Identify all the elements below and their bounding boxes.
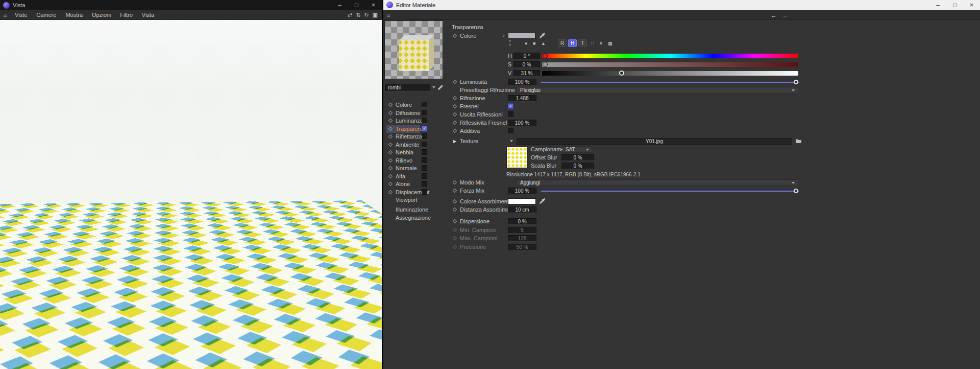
dolly-icon[interactable]: ⇅ xyxy=(356,12,360,18)
name-dropdown-icon[interactable] xyxy=(432,86,435,88)
mode-h-button[interactable]: H xyxy=(568,39,577,47)
channel-checkbox[interactable]: ✓ xyxy=(422,126,427,131)
channel-checkbox[interactable] xyxy=(422,110,427,116)
saturation-slider[interactable] xyxy=(542,62,798,67)
luminosita-value[interactable]: 100 % xyxy=(508,79,536,85)
dispersione-value[interactable]: 0 % xyxy=(508,218,536,225)
channel-row-colore[interactable]: Colore xyxy=(383,101,450,109)
mode-r-button[interactable]: R xyxy=(558,39,567,47)
minimize-button[interactable]: – xyxy=(331,0,348,10)
additiva-checkbox[interactable] xyxy=(508,128,513,133)
eyedropper-icon[interactable] xyxy=(538,32,545,40)
channel-row-alone[interactable]: Alone xyxy=(383,180,450,188)
maximize-button[interactable]: □ xyxy=(946,0,963,10)
channel-row-diffusione[interactable]: Diffusione xyxy=(383,109,450,117)
channel-checkbox[interactable] xyxy=(422,181,427,187)
hue-slider[interactable] xyxy=(542,54,798,58)
luminosita-slider[interactable] xyxy=(541,82,799,83)
keyframe-diamond-icon[interactable] xyxy=(453,104,457,108)
menu-mostra[interactable]: Mostra xyxy=(61,12,87,18)
history-forward-icon[interactable]: → xyxy=(782,10,788,20)
channel-row-illuminazione[interactable]: Illuminazione xyxy=(383,206,450,214)
mode-t-button[interactable]: T xyxy=(578,39,587,47)
material-preview[interactable] xyxy=(384,20,443,79)
menu-opzioni[interactable]: Opzioni xyxy=(87,12,115,18)
riflessivita-value[interactable]: 100 % xyxy=(508,120,536,126)
channel-checkbox[interactable] xyxy=(422,173,427,179)
channel-checkbox[interactable] xyxy=(422,149,427,155)
close-button[interactable]: × xyxy=(365,0,382,10)
pan-icon[interactable]: ⇄ xyxy=(348,12,352,18)
channel-row-normale[interactable]: Normale xyxy=(383,165,450,172)
channel-row-rilievo[interactable]: Rilievo xyxy=(383,157,450,165)
channel-checkbox[interactable] xyxy=(422,133,427,139)
saturation-slider-knob[interactable] xyxy=(543,62,548,67)
mixer-icon[interactable]: ▦ xyxy=(608,41,612,46)
folder-icon[interactable] xyxy=(795,138,802,145)
hue-slider-knob[interactable] xyxy=(543,53,548,58)
close-button[interactable]: × xyxy=(963,0,980,10)
eyedropper-icon[interactable] xyxy=(538,198,545,205)
color-box-icon[interactable]: ■ xyxy=(533,41,535,46)
forza-mix-slider[interactable] xyxy=(541,191,799,192)
luminosita-slider-knob[interactable] xyxy=(794,80,798,84)
toggle-view-icon[interactable]: ▣ xyxy=(373,12,378,18)
hamburger-icon[interactable]: ≡ xyxy=(0,11,10,19)
menu-camere[interactable]: Camere xyxy=(32,12,61,18)
scala-blur-value[interactable]: 0 % xyxy=(561,163,594,169)
channel-checkbox[interactable] xyxy=(422,157,427,163)
keyframe-diamond-icon[interactable] xyxy=(453,112,457,117)
channel-checkbox[interactable] xyxy=(422,142,427,147)
value-slider[interactable] xyxy=(542,71,798,76)
uscita-riflessioni-checkbox[interactable] xyxy=(508,111,513,117)
modo-mix-dropdown[interactable]: Aggiungi xyxy=(517,179,798,186)
keyframe-diamond-icon[interactable] xyxy=(453,180,457,184)
keyframe-diamond-icon[interactable] xyxy=(453,121,457,125)
channel-row-nebbia[interactable]: Nebbia xyxy=(383,149,450,156)
material-name-input[interactable]: rombi xyxy=(385,84,430,91)
rifrazione-value[interactable]: 1.488 xyxy=(508,95,536,102)
chevron-right-icon[interactable]: › xyxy=(504,198,506,204)
value-value[interactable]: 31 % xyxy=(513,70,540,77)
gradient-icon[interactable]: ▲ xyxy=(541,41,546,46)
keyframe-diamond-icon[interactable] xyxy=(453,219,457,223)
channel-checkbox[interactable] xyxy=(422,189,427,195)
saturation-value[interactable]: 0 % xyxy=(513,61,540,68)
rename-pencil-icon[interactable] xyxy=(437,83,444,93)
keyframe-diamond-icon[interactable] xyxy=(453,189,457,193)
rotate-icon[interactable]: ↻ xyxy=(364,12,369,18)
channel-row-displacement[interactable]: Displacement xyxy=(383,189,450,196)
keyframe-diamond-icon[interactable] xyxy=(453,80,457,84)
color-wheel-icon[interactable]: ● xyxy=(525,41,527,46)
maximize-button[interactable]: □ xyxy=(348,0,365,10)
colore-swatch[interactable] xyxy=(508,33,535,39)
channel-row-alfa[interactable]: Alfa xyxy=(383,173,450,180)
channel-row-riflettanza[interactable]: Riflettanza xyxy=(383,133,450,141)
keyframe-diamond-icon[interactable] xyxy=(453,199,457,203)
channel-row-viewport[interactable]: Viewport xyxy=(383,196,450,204)
swatches-icon[interactable]: ∷ xyxy=(591,41,594,46)
channel-checkbox[interactable] xyxy=(422,118,427,123)
channel-row-trasparenza[interactable]: Trasparenza ✓ xyxy=(383,125,450,133)
menu-filtro[interactable]: Filtro xyxy=(115,12,137,18)
expand-arrow-icon[interactable]: ▶ xyxy=(453,139,456,144)
texture-dropdown-icon[interactable] xyxy=(510,140,513,142)
collapse-icon[interactable]: ▿▿ xyxy=(509,39,511,47)
hex-icon[interactable]: # xyxy=(600,41,602,46)
distanza-assorbimento-value[interactable]: 10 cm xyxy=(508,206,536,213)
menu-viste[interactable]: Viste xyxy=(10,12,32,18)
channel-checkbox[interactable] xyxy=(422,165,427,171)
channel-row-assegnazione[interactable]: Assegnazione xyxy=(383,214,450,222)
history-back-icon[interactable]: ← xyxy=(771,10,777,20)
hamburger-icon[interactable]: ≡ xyxy=(383,11,394,19)
texture-filename-bar[interactable]: Y01.jpg xyxy=(517,138,792,145)
keyframe-diamond-icon[interactable] xyxy=(453,207,457,212)
forza-mix-slider-knob[interactable] xyxy=(794,189,798,193)
assorbimento-swatch[interactable] xyxy=(508,198,536,204)
hue-value[interactable]: 0 ° xyxy=(513,53,540,59)
presettaggi-dropdown[interactable]: Plexiglas xyxy=(517,87,798,94)
fresnel-checkbox[interactable]: ✓ xyxy=(508,103,513,109)
channel-checkbox[interactable] xyxy=(422,102,427,107)
viewport-canvas[interactable] xyxy=(0,20,382,369)
keyframe-diamond-icon[interactable] xyxy=(453,34,457,38)
